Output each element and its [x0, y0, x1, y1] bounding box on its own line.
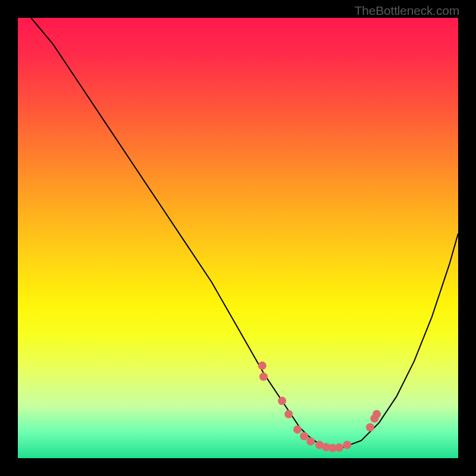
bottleneck-curve: [31, 18, 458, 449]
data-dot: [366, 423, 374, 431]
data-dot: [372, 410, 381, 418]
watermark-text: TheBottleneck.com: [355, 4, 459, 18]
data-dot: [335, 443, 343, 452]
data-dot: [278, 397, 286, 405]
data-dot: [306, 437, 315, 446]
plot-area: [18, 18, 458, 458]
data-dot: [284, 410, 293, 418]
data-dot: [300, 432, 308, 440]
chart-frame: TheBottleneck.com: [0, 0, 476, 476]
data-dot: [293, 425, 302, 434]
data-dot: [258, 362, 267, 370]
data-dot: [259, 372, 268, 381]
data-dot: [343, 441, 352, 449]
curve-svg: [18, 18, 458, 458]
